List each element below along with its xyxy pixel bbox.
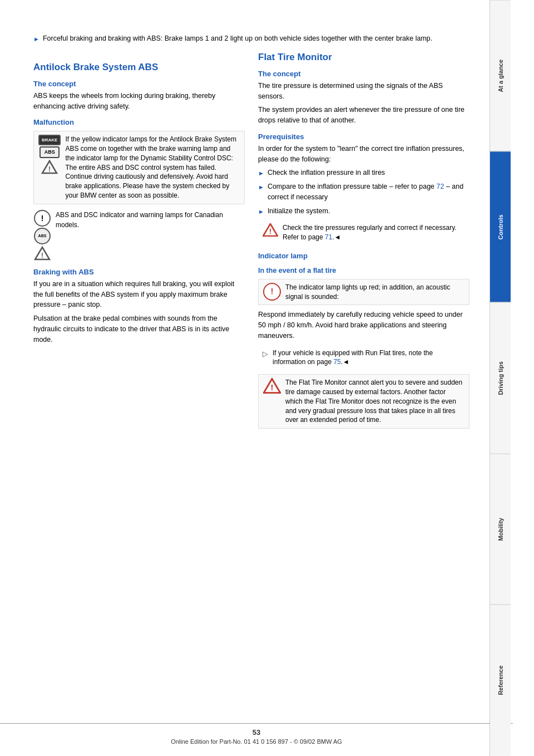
dsc-circle-icon: ! (34, 210, 51, 227)
flat-tire-icon: ! (263, 283, 281, 301)
canada-note-box: ! ABS ! ABS and DSC indicator and warnin… (33, 210, 245, 261)
warning-triangle-icon: ! (263, 223, 278, 237)
right-sidebar: At a glance Controls Driving tips Mobili… (490, 0, 511, 756)
flat-concept-heading: The concept (258, 70, 469, 78)
prerequisites-intro: In order for the system to "learn" the c… (258, 144, 469, 165)
canada-icons: ! ABS ! (33, 210, 51, 261)
braking-text2: Pulsation at the brake pedal combines wi… (33, 313, 245, 345)
prereq-item-2: ► Compare to the inflation pressure tabl… (258, 181, 469, 203)
abs-badge: ABS (39, 146, 60, 158)
prereq-arrow-1: ► (258, 169, 264, 178)
svg-text:!: ! (271, 383, 274, 392)
prerequisites-heading: Prerequisites (258, 132, 469, 141)
top-bullet-item: ► Forceful braking and braking with ABS:… (33, 33, 478, 44)
prereq-arrow-2: ► (258, 183, 264, 192)
braking-text1: If you are in a situation which requires… (33, 279, 245, 310)
flat-tire-sub: In the event of a flat tire (258, 267, 469, 274)
abs-concept-heading: The concept (33, 80, 245, 88)
prereq-arrow-3: ► (258, 207, 264, 217)
malfunction-text: If the yellow indicator lamps for the An… (65, 135, 240, 200)
abs-circle-icon: ABS (34, 228, 51, 244)
prereq-item-3: ► Initialize the system. (258, 206, 469, 217)
malfunction-info-box: BRAKE ABS ! If the yellow indicator lamp… (33, 131, 245, 204)
run-flat-note-box: ▷ If your vehicle is equipped with Run F… (258, 346, 469, 370)
run-flat-note-text: If your vehicle is equipped with Run Fla… (273, 348, 465, 367)
canada-note-text: ABS and DSC indicator and warning lamps … (56, 210, 245, 230)
svg-text:!: ! (41, 252, 43, 259)
bullet-arrow-icon: ► (33, 35, 39, 44)
footer-text: Online Edition for Part-No. 01 41 0 156 … (0, 738, 513, 745)
sidebar-tab-controls[interactable]: Controls (490, 151, 511, 303)
svg-text:!: ! (48, 165, 51, 173)
flat-tire-section-title: Flat Tire Monitor (258, 52, 469, 63)
top-bullet-text: Forceful braking and braking with ABS: B… (43, 33, 432, 44)
run-flat-arrow-icon: ▷ (263, 349, 268, 359)
braking-heading: Braking with ABS (33, 268, 245, 276)
flat-tire-warning-box: ! The Flat Tire Monitor cannot alert you… (258, 374, 469, 429)
flat-tire-indicator-text: The indicator lamp lights up red; in add… (285, 283, 464, 302)
sidebar-tab-mobility[interactable]: Mobility (490, 454, 511, 605)
sidebar-tab-reference[interactable]: Reference (490, 605, 511, 756)
dsc-triangle-icon: ! (41, 159, 58, 175)
prereq-text-3: Initialize the system. (268, 206, 330, 217)
abs-section-title: Antilock Brake System ABS (33, 62, 245, 73)
svg-text:!: ! (269, 227, 271, 235)
malfunction-icons: BRAKE ABS ! (38, 135, 61, 175)
flat-concept-text2: The system provides an alert whenever th… (258, 105, 469, 126)
page-number: 53 (0, 728, 513, 737)
sidebar-tab-at-a-glance[interactable]: At a glance (490, 0, 511, 151)
canada-triangle-icon: ! (33, 246, 51, 261)
abs-concept-text: ABS keeps the wheels from locking during… (33, 91, 245, 112)
flat-tire-warning-triangle-icon: ! (263, 378, 281, 394)
prereq-text-1: Check the inflation pressure in all tire… (268, 168, 385, 178)
flat-tire-indicator-box: ! The indicator lamp lights up red; in a… (258, 279, 469, 306)
abs-malfunction-heading: Malfunction (33, 118, 245, 126)
flat-concept-text1: The tire pressure is determined using th… (258, 81, 469, 102)
indicator-heading: Indicator lamp (258, 252, 469, 260)
check-note-text: Check the tire pressures regularly and c… (283, 223, 465, 242)
flat-tire-warning-text: The Flat Tire Monitor cannot alert you t… (285, 378, 464, 425)
brake-badge: BRAKE (38, 135, 61, 145)
page-footer: 53 Online Edition for Part-No. 01 41 0 1… (0, 723, 513, 745)
respond-text: Respond immediately by carefully reducin… (258, 310, 469, 341)
sidebar-tab-driving-tips[interactable]: Driving tips (490, 302, 511, 454)
check-note-box: ! Check the tire pressures regularly and… (258, 220, 469, 245)
prereq-item-1: ► Check the inflation pressure in all ti… (258, 168, 469, 178)
prereq-text-2: Compare to the inflation pressure table … (268, 181, 469, 203)
